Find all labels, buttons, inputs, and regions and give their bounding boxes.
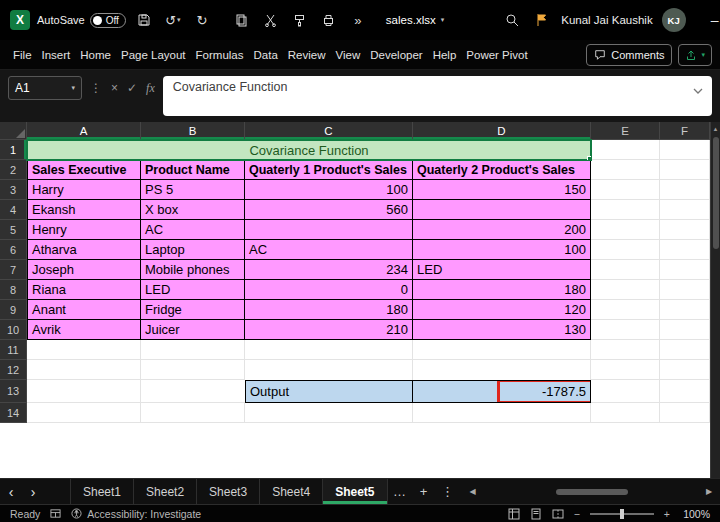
cell-d7[interactable]: LED xyxy=(413,260,591,280)
scroll-right-arrow[interactable]: ▶ xyxy=(702,487,716,496)
cell-f2[interactable] xyxy=(660,160,710,180)
cell-e10[interactable] xyxy=(591,320,660,340)
cell-d11[interactable] xyxy=(413,340,591,360)
cell-c3[interactable]: 100 xyxy=(245,180,413,200)
cell-b5[interactable]: AC xyxy=(141,220,245,240)
cell-c8[interactable]: 0 xyxy=(245,280,413,300)
autosave-control[interactable]: AutoSave Off xyxy=(37,13,126,28)
autosave-toggle[interactable]: Off xyxy=(90,13,126,28)
cell-c10[interactable]: 210 xyxy=(245,320,413,340)
formula-input[interactable]: Covariance Function xyxy=(163,76,712,116)
print-button[interactable] xyxy=(318,8,340,32)
normal-view-button[interactable] xyxy=(508,508,520,520)
cell-b6[interactable]: Laptop xyxy=(141,240,245,260)
row-header-3[interactable]: 3 xyxy=(0,180,27,200)
minimize-button[interactable]: – xyxy=(697,0,720,40)
cell-c6[interactable]: AC xyxy=(245,240,413,260)
cell-a14[interactable] xyxy=(27,403,141,423)
cell-a6[interactable]: Atharva xyxy=(27,240,141,260)
menu-tab-home[interactable]: Home xyxy=(75,40,116,70)
cell-c9[interactable]: 180 xyxy=(245,300,413,320)
column-header-e[interactable]: E xyxy=(591,122,660,140)
menu-tab-file[interactable]: File xyxy=(8,40,37,70)
all-sheets-menu-button[interactable]: … xyxy=(388,479,412,504)
cell-a2[interactable]: Sales Executive xyxy=(27,160,141,180)
sheet-tab-sheet1[interactable]: Sheet1 xyxy=(70,479,134,504)
horizontal-scroll-thumb[interactable] xyxy=(556,489,628,495)
scroll-up-arrow[interactable]: ▲ xyxy=(713,126,719,132)
cut-button[interactable] xyxy=(260,8,282,32)
redo-button[interactable]: ↻ xyxy=(191,8,213,32)
select-all-button[interactable] xyxy=(0,122,27,140)
column-header-f[interactable]: F xyxy=(660,122,710,140)
accessibility-status[interactable]: Accessibility: Investigate xyxy=(71,508,201,520)
cell-f1[interactable] xyxy=(660,140,710,160)
cell-d8[interactable]: 180 xyxy=(413,280,591,300)
cell-b12[interactable] xyxy=(141,360,245,380)
cell-b10[interactable]: Juicer xyxy=(141,320,245,340)
cell-f8[interactable] xyxy=(660,280,710,300)
cell-b9[interactable]: Fridge xyxy=(141,300,245,320)
cell-f5[interactable] xyxy=(660,220,710,240)
cell-b3[interactable]: PS 5 xyxy=(141,180,245,200)
cell-c7[interactable]: 234 xyxy=(245,260,413,280)
cell-c4[interactable]: 560 xyxy=(245,200,413,220)
cell-e4[interactable] xyxy=(591,200,660,220)
cell-d5[interactable]: 200 xyxy=(413,220,591,240)
format-painter-button[interactable] xyxy=(289,8,311,32)
menu-tab-data[interactable]: Data xyxy=(249,40,283,70)
cell-e14[interactable] xyxy=(591,403,660,423)
cell-f3[interactable] xyxy=(660,180,710,200)
cell-e6[interactable] xyxy=(591,240,660,260)
zoom-out-button[interactable]: − xyxy=(574,508,580,520)
cell-f13[interactable] xyxy=(660,380,710,403)
zoom-in-button[interactable]: + xyxy=(664,508,670,520)
cell-f4[interactable] xyxy=(660,200,710,220)
cell-b8[interactable]: LED xyxy=(141,280,245,300)
cell-a13[interactable] xyxy=(27,380,141,403)
user-name[interactable]: Kunal Jai Kaushik xyxy=(561,14,652,26)
cell-b7[interactable]: Mobile phones xyxy=(141,260,245,280)
row-header-11[interactable]: 11 xyxy=(0,340,27,360)
sheet-tab-sheet5-active[interactable]: Sheet5 xyxy=(323,479,387,504)
cell-d12[interactable] xyxy=(413,360,591,380)
cell-d3[interactable]: 150 xyxy=(413,180,591,200)
menu-tab-review[interactable]: Review xyxy=(283,40,331,70)
zoom-slider[interactable] xyxy=(590,513,654,515)
cell-d14[interactable] xyxy=(413,403,591,423)
file-name[interactable]: sales.xlsx ▾ xyxy=(386,14,444,26)
vertical-scrollbar[interactable]: ▲ xyxy=(710,122,720,478)
horizontal-scrollbar[interactable]: ◀ ▶ xyxy=(466,479,716,504)
cell-c13-output-label[interactable]: Output xyxy=(245,380,413,403)
cancel-button[interactable]: × xyxy=(111,81,118,95)
row-header-13[interactable]: 13 xyxy=(0,380,27,403)
tabs-scroll-left-button[interactable]: ‹ xyxy=(0,479,22,504)
row-header-12[interactable]: 12 xyxy=(0,360,27,380)
cell-d10[interactable]: 130 xyxy=(413,320,591,340)
zoom-slider-thumb[interactable] xyxy=(620,509,624,519)
cell-c12[interactable] xyxy=(245,360,413,380)
row-header-9[interactable]: 9 xyxy=(0,300,27,320)
row-header-10[interactable]: 10 xyxy=(0,320,27,340)
cell-c2[interactable]: Quaterly 1 Product's Sales xyxy=(245,160,413,180)
column-header-a[interactable]: A xyxy=(27,122,141,140)
cell-e9[interactable] xyxy=(591,300,660,320)
new-sheet-button[interactable]: + xyxy=(412,479,436,504)
cell-e3[interactable] xyxy=(591,180,660,200)
save-button[interactable] xyxy=(133,8,155,32)
scroll-left-arrow[interactable]: ◀ xyxy=(466,487,480,496)
column-header-c[interactable]: C xyxy=(245,122,413,140)
cell-a12[interactable] xyxy=(27,360,141,380)
cell-e13[interactable] xyxy=(591,380,660,403)
cell-f12[interactable] xyxy=(660,360,710,380)
macro-record-button[interactable] xyxy=(50,508,61,519)
share-button[interactable]: ▾ xyxy=(678,44,712,66)
excel-logo-icon[interactable]: X xyxy=(10,10,30,30)
row-header-7[interactable]: 7 xyxy=(0,260,27,280)
flag-button[interactable] xyxy=(530,8,552,32)
cell-b11[interactable] xyxy=(141,340,245,360)
cell-a8[interactable]: Riana xyxy=(27,280,141,300)
cell-d6[interactable]: 100 xyxy=(413,240,591,260)
cell-a9[interactable]: Anant xyxy=(27,300,141,320)
column-header-b[interactable]: B xyxy=(141,122,245,140)
